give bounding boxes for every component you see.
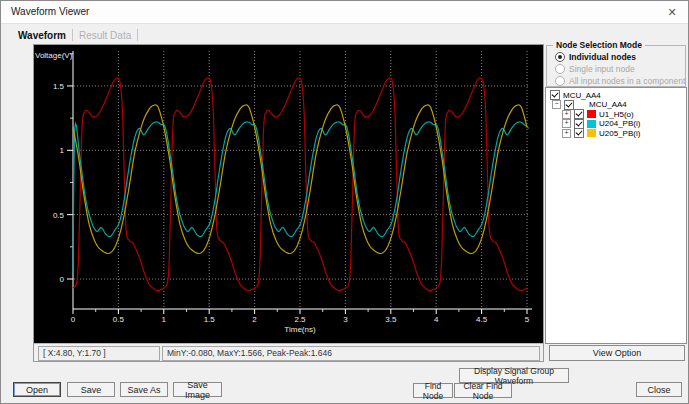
expander-minus-icon[interactable]: − xyxy=(552,100,561,109)
open-button[interactable]: Open xyxy=(13,382,61,397)
waveform-viewer-window: Waveform Viewer ✕ Waveform Result Data 0… xyxy=(0,0,689,404)
waveform-curves xyxy=(73,78,529,291)
plot-status-bar: [ X:4.80, Y:1.70 ] MinY:-0.080, MaxY:1.5… xyxy=(34,343,543,361)
x-tick-label: 4.5 xyxy=(476,315,488,324)
radio-option: Single input node xyxy=(555,64,635,74)
save-button[interactable]: Save xyxy=(67,382,115,397)
tree-item-label[interactable]: MCU_AA4 xyxy=(563,91,601,100)
y-tick-label: 0 xyxy=(60,275,65,284)
node-tree[interactable]: MCU_AA4−MCU_AA4+U1_H5(o)+U204_PB(i)+U205… xyxy=(545,87,687,344)
radio-option[interactable]: Individual nodes xyxy=(555,52,636,62)
tab-result-data[interactable]: Result Data xyxy=(74,30,136,41)
x-tick-label: 3 xyxy=(343,315,348,324)
waveform-plot[interactable]: 00.511.500.511.522.533.544.55 Voltage(V)… xyxy=(34,45,541,342)
tree-item-label[interactable]: MCU_AA4 xyxy=(589,100,627,109)
radio-option-label: Single input node xyxy=(569,64,635,74)
find-node-button[interactable]: Find Node xyxy=(413,383,453,398)
tree-row[interactable]: +U204_PB(i) xyxy=(546,119,687,129)
save-as-button[interactable]: Save As xyxy=(120,382,168,397)
expander-plus-icon[interactable]: + xyxy=(562,129,571,138)
tree-row[interactable]: +U1_H5(o) xyxy=(546,109,687,119)
expander-plus-icon[interactable]: + xyxy=(562,119,571,128)
node-selection-mode-group: Node Selection Mode Individual nodesSing… xyxy=(546,45,686,87)
x-tick-label: 0.5 xyxy=(113,315,125,324)
window-title: Waveform Viewer xyxy=(11,6,89,17)
tab-separator xyxy=(137,29,138,41)
radio-unselected-icon xyxy=(555,64,565,74)
expander-plus-icon[interactable]: + xyxy=(562,110,571,119)
tree-item-label[interactable]: U204_PB(i) xyxy=(599,119,640,128)
close-icon[interactable]: ✕ xyxy=(664,4,680,20)
checkbox-checked[interactable] xyxy=(574,109,584,119)
group-title: Node Selection Mode xyxy=(553,40,645,50)
checkbox-checked[interactable] xyxy=(550,90,560,100)
series-color-swatch xyxy=(587,129,596,137)
radio-selected-icon[interactable] xyxy=(555,52,565,62)
plot-tick-labels: 00.511.500.511.522.533.544.55 xyxy=(53,82,530,324)
tab-separator xyxy=(72,29,73,41)
view-option-button[interactable]: View Option xyxy=(549,345,685,361)
waveform-stats-readout: MinY:-0.080, MaxY:1.566, Peak-Peak:1.646 xyxy=(162,346,540,361)
x-tick-label: 1.5 xyxy=(204,315,216,324)
radio-unselected-icon xyxy=(555,76,565,86)
x-tick-label: 5 xyxy=(525,315,530,324)
checkbox-checked[interactable] xyxy=(564,100,574,110)
waveform-curve-u204-pb-i- xyxy=(73,122,529,273)
checkbox-checked[interactable] xyxy=(574,128,584,138)
tree-item-label[interactable]: U1_H5(o) xyxy=(599,110,634,119)
tab-waveform[interactable]: Waveform xyxy=(13,30,71,41)
y-tick-label: 0.5 xyxy=(53,211,65,220)
x-tick-label: 0 xyxy=(71,315,76,324)
radio-option: All input nodes in a component xyxy=(555,76,685,86)
radio-option-label: All input nodes in a component xyxy=(569,76,685,86)
cursor-position-readout: [ X:4.80, Y:1.70 ] xyxy=(38,346,160,361)
title-bar: Waveform Viewer ✕ xyxy=(1,1,688,24)
x-tick-label: 1 xyxy=(162,315,167,324)
series-color-swatch xyxy=(587,110,596,118)
x-axis-title: Time(ns) xyxy=(284,325,316,334)
clear-find-node-button[interactable]: Clear Find Node xyxy=(454,383,512,398)
tree-row[interactable]: −MCU_AA4 xyxy=(546,100,687,110)
x-tick-label: 4 xyxy=(434,315,439,324)
y-axis-title: Voltage(V) xyxy=(35,51,73,60)
x-tick-label: 3.5 xyxy=(385,315,397,324)
y-tick-label: 1 xyxy=(60,146,65,155)
close-button[interactable]: Close xyxy=(636,382,682,397)
tree-row[interactable]: +U205_PB(i) xyxy=(546,128,687,138)
tree-row[interactable]: MCU_AA4 xyxy=(546,90,687,100)
x-tick-label: 2 xyxy=(252,315,257,324)
radio-option-label: Individual nodes xyxy=(569,52,636,62)
y-tick-label: 1.5 xyxy=(53,82,65,91)
tree-item-label[interactable]: U205_PB(i) xyxy=(599,129,640,138)
plot-ticks xyxy=(67,54,527,314)
series-color-swatch xyxy=(587,120,596,128)
tab-bar: Waveform Result Data xyxy=(13,27,139,43)
save-image-button[interactable]: Save Image xyxy=(173,382,222,397)
x-tick-label: 2.5 xyxy=(294,315,306,324)
waveform-plot-panel: 00.511.500.511.522.533.544.55 Voltage(V)… xyxy=(33,44,544,362)
